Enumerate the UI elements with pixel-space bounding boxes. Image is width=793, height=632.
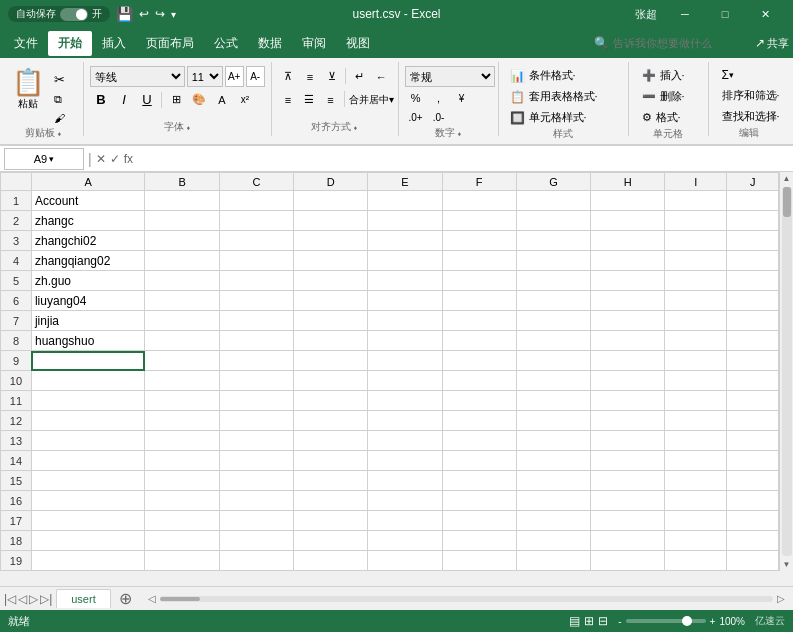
row-header-2[interactable]: 2 (1, 211, 32, 231)
cell-B3[interactable] (145, 231, 219, 251)
row-header-3[interactable]: 3 (1, 231, 32, 251)
cell-I11[interactable] (665, 391, 727, 411)
share-button[interactable]: ↗ 共享 (755, 36, 789, 51)
cell-B19[interactable] (145, 551, 219, 571)
cell-G8[interactable] (516, 331, 590, 351)
currency-button[interactable]: ¥ (451, 89, 473, 107)
cell-I6[interactable] (665, 291, 727, 311)
menu-view[interactable]: 视图 (336, 31, 380, 56)
cell-D8[interactable] (294, 331, 368, 351)
cell-C13[interactable] (219, 431, 293, 451)
cell-E15[interactable] (368, 471, 442, 491)
font-color-button[interactable]: A (211, 89, 233, 110)
add-sheet-button[interactable]: ⊕ (111, 586, 140, 611)
tab-nav-first[interactable]: |◁ (4, 592, 16, 606)
row-header-16[interactable]: 16 (1, 491, 32, 511)
cell-B18[interactable] (145, 531, 219, 551)
cell-B6[interactable] (145, 291, 219, 311)
cell-I16[interactable] (665, 491, 727, 511)
align-top-button[interactable]: ⊼ (278, 66, 299, 87)
cell-F12[interactable] (442, 411, 516, 431)
cell-D3[interactable] (294, 231, 368, 251)
scroll-thumb[interactable] (783, 187, 791, 217)
cell-G1[interactable] (516, 191, 590, 211)
italic-button[interactable]: I (113, 89, 135, 110)
increase-decimal-button[interactable]: .0+ (405, 108, 427, 126)
menu-review[interactable]: 审阅 (292, 31, 336, 56)
cell-G18[interactable] (516, 531, 590, 551)
cell-A16[interactable] (31, 491, 145, 511)
cell-B17[interactable] (145, 511, 219, 531)
cell-H18[interactable] (591, 531, 665, 551)
cell-B10[interactable] (145, 371, 219, 391)
increase-font-button[interactable]: A+ (225, 66, 244, 87)
cell-A18[interactable] (31, 531, 145, 551)
cell-F19[interactable] (442, 551, 516, 571)
col-header-H[interactable]: H (591, 173, 665, 191)
cell-J14[interactable] (727, 451, 779, 471)
cell-B7[interactable] (145, 311, 219, 331)
cell-H11[interactable] (591, 391, 665, 411)
cell-I7[interactable] (665, 311, 727, 331)
restore-button[interactable]: □ (705, 0, 745, 28)
col-header-J[interactable]: J (727, 173, 779, 191)
find-button[interactable]: 查找和选择· (715, 107, 783, 126)
tab-nav-prev[interactable]: ◁ (18, 592, 27, 606)
cell-C19[interactable] (219, 551, 293, 571)
cell-B15[interactable] (145, 471, 219, 491)
cell-B14[interactable] (145, 451, 219, 471)
cell-F10[interactable] (442, 371, 516, 391)
cell-J7[interactable] (727, 311, 779, 331)
align-left-button[interactable]: ≡ (278, 89, 298, 110)
cell-C5[interactable] (219, 271, 293, 291)
cell-C7[interactable] (219, 311, 293, 331)
h-scroll-left[interactable]: ◁ (148, 593, 156, 604)
paste-button[interactable]: 📋 粘贴 (10, 68, 46, 111)
conditional-format-button[interactable]: 📊 条件格式· (505, 66, 622, 85)
cancel-formula-icon[interactable]: ✕ (96, 152, 106, 166)
cell-G13[interactable] (516, 431, 590, 451)
row-header-6[interactable]: 6 (1, 291, 32, 311)
minimize-button[interactable]: ─ (665, 0, 705, 28)
cell-F8[interactable] (442, 331, 516, 351)
cell-I17[interactable] (665, 511, 727, 531)
cell-C18[interactable] (219, 531, 293, 551)
cell-H3[interactable] (591, 231, 665, 251)
cell-J12[interactable] (727, 411, 779, 431)
cell-A8[interactable]: huangshuo (31, 331, 145, 351)
cell-D17[interactable] (294, 511, 368, 531)
zoom-in-button[interactable]: + (710, 616, 716, 627)
cell-I14[interactable] (665, 451, 727, 471)
font-size-select[interactable]: 11 (187, 66, 223, 87)
col-header-C[interactable]: C (219, 173, 293, 191)
col-header-B[interactable]: B (145, 173, 219, 191)
cell-C10[interactable] (219, 371, 293, 391)
cell-E12[interactable] (368, 411, 442, 431)
cell-F13[interactable] (442, 431, 516, 451)
formula-input[interactable] (137, 153, 789, 165)
normal-view-button[interactable]: ▤ (569, 614, 580, 628)
underline-button[interactable]: U (136, 89, 158, 110)
col-header-F[interactable]: F (442, 173, 516, 191)
close-button[interactable]: ✕ (745, 0, 785, 28)
cell-D2[interactable] (294, 211, 368, 231)
bold-button[interactable]: B (90, 89, 112, 110)
merge-center-button[interactable]: 合并居中▾ (348, 89, 392, 110)
cell-I13[interactable] (665, 431, 727, 451)
cell-E18[interactable] (368, 531, 442, 551)
page-break-view-button[interactable]: ⊟ (598, 614, 608, 628)
cell-G9[interactable] (516, 351, 590, 371)
cell-E1[interactable] (368, 191, 442, 211)
cell-H15[interactable] (591, 471, 665, 491)
cell-C15[interactable] (219, 471, 293, 491)
cell-A12[interactable] (31, 411, 145, 431)
cell-F6[interactable] (442, 291, 516, 311)
col-header-G[interactable]: G (516, 173, 590, 191)
confirm-formula-icon[interactable]: ✓ (110, 152, 120, 166)
cell-H6[interactable] (591, 291, 665, 311)
cell-I1[interactable] (665, 191, 727, 211)
cell-D12[interactable] (294, 411, 368, 431)
cell-F9[interactable] (442, 351, 516, 371)
cell-D10[interactable] (294, 371, 368, 391)
zoom-out-button[interactable]: - (618, 616, 621, 627)
